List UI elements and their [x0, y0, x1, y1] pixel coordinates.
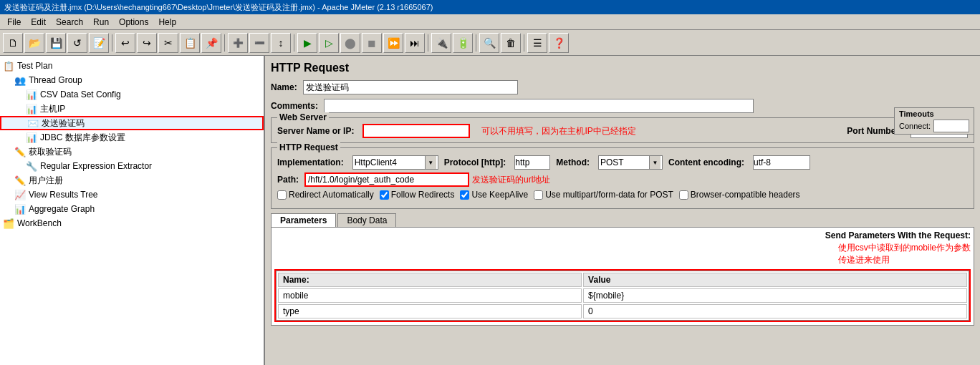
expand-button[interactable]: ➕ — [228, 33, 248, 53]
tree-item-user-register[interactable]: ✏️ 用户注册 — [0, 173, 264, 188]
method-select[interactable]: POST ▼ — [598, 155, 663, 170]
web-server-title: Web Server — [277, 112, 329, 122]
tabs-bar: Parameters Body Data — [271, 213, 974, 227]
redirect-auto-label[interactable]: Redirect Automatically — [277, 190, 374, 200]
clear3-button[interactable]: 🗑 — [501, 33, 521, 53]
menu-file[interactable]: File — [3, 16, 25, 29]
left-panel: 📋 Test Plan 👥 Thread Group 📊 CSV Data Se… — [0, 56, 265, 365]
redo-button[interactable]: ↪ — [137, 33, 157, 53]
comments-input[interactable] — [324, 99, 754, 113]
tree-item-regex[interactable]: 🔧 Regular Expression Extractor — [0, 159, 264, 173]
browser-headers-checkbox[interactable] — [679, 190, 688, 200]
method-arrow[interactable]: ▼ — [649, 156, 660, 169]
keep-alive-label[interactable]: Use KeepAlive — [460, 190, 528, 200]
server-name-row: Server Name or IP: 可以不用填写，因为在主机IP中已经指定 P… — [277, 124, 968, 138]
tree-item-view-results[interactable]: 📈 View Results Tree — [0, 188, 264, 202]
menu-run[interactable]: Run — [89, 16, 113, 29]
parameters-panel: Send Parameters With the Request: 使用csv中… — [271, 227, 974, 326]
tree-item-workbench[interactable]: 🗂️ WorkBench — [0, 216, 264, 230]
list-button[interactable]: ☰ — [527, 33, 547, 53]
main-layout: 📋 Test Plan 👥 Thread Group 📊 CSV Data Se… — [0, 56, 980, 365]
remote-start-button[interactable]: 🔌 — [431, 33, 451, 53]
collapse-button[interactable]: ➖ — [249, 33, 269, 53]
method-label: Method: — [556, 157, 590, 167]
toolbar-divider-3 — [294, 34, 294, 52]
server-name-input[interactable] — [362, 124, 470, 138]
annotation-line1: 使用csv中读取到的mobile作为参数 — [838, 243, 971, 253]
http-request-title: HTTP Request — [277, 142, 340, 152]
menu-edit[interactable]: Edit — [27, 16, 50, 29]
impl-row: Implementation: HttpClient4 ▼ Protocol [… — [277, 155, 968, 170]
open-button[interactable]: 📂 — [24, 33, 44, 53]
tree-item-get-code[interactable]: ✏️ 获取验证码 — [0, 145, 264, 159]
panel-title: HTTP Request — [271, 62, 974, 74]
timeouts-label: Timeouts — [899, 110, 969, 118]
impl-arrow[interactable]: ▼ — [425, 156, 436, 169]
protocol-input[interactable] — [514, 155, 550, 170]
name-row: Name: — [271, 80, 974, 94]
connect-input[interactable] — [933, 120, 969, 132]
multipart-label[interactable]: Use multipart/form-data for POST — [534, 190, 673, 200]
path-input[interactable] — [304, 172, 469, 187]
tree-label-host-ip: 主机IP — [40, 103, 65, 115]
tab-parameters[interactable]: Parameters — [271, 213, 336, 227]
protocol-label: Protocol [http]: — [444, 157, 506, 167]
name-input[interactable] — [303, 80, 518, 94]
host-ip-icon: 📊 — [26, 104, 37, 115]
tree-item-csv-data[interactable]: 📊 CSV Data Set Config — [0, 87, 264, 102]
start-button[interactable]: ▶ — [297, 33, 317, 53]
start-no-pause-button[interactable]: ▷ — [319, 33, 339, 53]
stop-button[interactable]: ⬤ — [340, 33, 360, 53]
csv-icon: 📊 — [26, 89, 37, 100]
server-annotation: 可以不用填写，因为在主机IP中已经指定 — [481, 125, 635, 137]
path-label: Path: — [277, 175, 299, 185]
remote-stop-button[interactable]: 🔋 — [453, 33, 473, 53]
undo-button[interactable]: ↩ — [115, 33, 135, 53]
multipart-checkbox[interactable] — [534, 190, 543, 200]
tree-item-host-ip[interactable]: 📊 主机IP — [0, 102, 264, 116]
row0-name: mobile — [278, 288, 582, 303]
tree-item-jdbc[interactable]: 📊 JDBC 数据库参数设置 — [0, 130, 264, 145]
tree-item-thread-group[interactable]: 👥 Thread Group — [0, 73, 264, 87]
shutdown-button[interactable]: ◼ — [362, 33, 382, 53]
search-toolbar-button[interactable]: 🔍 — [479, 33, 499, 53]
connect-label: Connect: — [899, 122, 931, 130]
save-button[interactable]: 💾 — [46, 33, 66, 53]
properties-button[interactable]: 📝 — [89, 33, 109, 53]
paste-button[interactable]: 📌 — [201, 33, 221, 53]
revert-button[interactable]: ↺ — [67, 33, 87, 53]
send-code-icon: ✉️ — [27, 118, 39, 129]
browser-headers-label[interactable]: Browser-compatible headers — [679, 190, 800, 200]
tree-item-send-code[interactable]: ✉️ 发送验证码 — [0, 116, 264, 130]
clear-button[interactable]: ⏩ — [383, 33, 403, 53]
follow-redirects-checkbox[interactable] — [380, 190, 389, 200]
impl-select[interactable]: HttpClient4 ▼ — [352, 155, 438, 170]
tree-item-aggregate[interactable]: 📊 Aggregate Graph — [0, 202, 264, 216]
right-panel: HTTP Request Name: Comments: Web Server … — [265, 56, 980, 365]
menu-search[interactable]: Search — [52, 16, 87, 29]
help-toolbar-button[interactable]: ❓ — [549, 33, 569, 53]
tree-label-send-code: 发送验证码 — [42, 117, 85, 130]
table-row: type 0 — [278, 304, 967, 318]
tree-label-get-code: 获取验证码 — [29, 146, 72, 158]
tree-label-test-plan: Test Plan — [17, 61, 52, 71]
checkbox-row: Redirect Automatically Follow Redirects … — [277, 190, 968, 200]
keep-alive-checkbox[interactable] — [460, 190, 469, 200]
tree-label-jdbc: JDBC 数据库参数设置 — [40, 132, 125, 144]
browser-headers-text: Browser-compatible headers — [691, 190, 800, 200]
new-button[interactable]: 🗋 — [3, 33, 23, 53]
follow-redirects-label[interactable]: Follow Redirects — [380, 190, 455, 200]
tree-item-test-plan[interactable]: 📋 Test Plan — [0, 59, 264, 73]
content-enc-input[interactable] — [753, 155, 810, 170]
tab-body-data[interactable]: Body Data — [337, 213, 396, 227]
clear-all-button[interactable]: ⏭ — [405, 33, 425, 53]
toggle-button[interactable]: ↕ — [271, 33, 291, 53]
copy-button[interactable]: 📋 — [180, 33, 200, 53]
cut-button[interactable]: ✂ — [158, 33, 178, 53]
menu-help[interactable]: Help — [154, 16, 181, 29]
keep-alive-text: Use KeepAlive — [471, 190, 528, 200]
web-server-group: Web Server Server Name or IP: 可以不用填写，因为在… — [271, 117, 974, 143]
redirect-auto-checkbox[interactable] — [277, 190, 287, 200]
menu-options[interactable]: Options — [115, 16, 153, 29]
method-value: POST — [600, 157, 648, 167]
